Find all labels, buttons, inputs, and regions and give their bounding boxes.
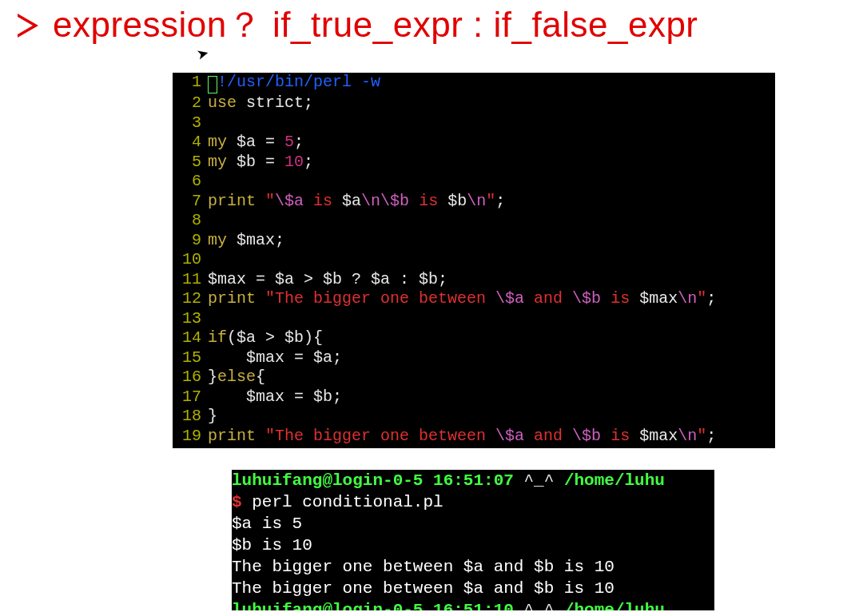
- code-content: $max = $b;: [208, 387, 342, 407]
- code-content: print "The bigger one between \$a and \$…: [208, 427, 716, 447]
- code-content: print "\$a is $a\n\$b is $b\n";: [208, 192, 505, 212]
- code-content: if($a > $b){: [208, 328, 323, 348]
- line-number: 5: [173, 153, 208, 173]
- bullet-arrow-icon: [18, 14, 38, 38]
- line-number: 13: [173, 309, 208, 329]
- code-line: 12print "The bigger one between \$a and …: [173, 289, 775, 309]
- slide-heading: expression？ if_true_expr : if_false_expr: [18, 2, 698, 49]
- prompt-face: ^_^: [514, 601, 564, 610]
- terminal-line: luhuifang@login-0-5 16:51:10 ^_^ /home/l…: [232, 599, 714, 610]
- code-editor: 1#!/usr/bin/perl -w2use strict;34my $a =…: [173, 73, 775, 448]
- code-line: 2use strict;: [173, 93, 775, 113]
- code-line: 13: [173, 309, 775, 329]
- line-number: 10: [173, 250, 208, 270]
- line-number: 4: [173, 133, 208, 153]
- code-line: 6: [173, 172, 775, 192]
- prompt-dollar: $: [232, 493, 242, 511]
- line-number: 11: [173, 270, 208, 290]
- code-content: }: [208, 407, 217, 427]
- line-number: 8: [173, 211, 208, 231]
- prompt-user: luhuifang@login-0-5 16:51:10: [232, 601, 514, 610]
- code-content: }else{: [208, 368, 265, 387]
- line-number: 7: [173, 192, 208, 212]
- code-line: 3: [173, 113, 775, 133]
- line-number: 9: [173, 231, 208, 251]
- code-content: my $max;: [208, 231, 284, 251]
- code-line: 7print "\$a is $a\n\$b is $b\n";: [173, 192, 775, 212]
- code-line: 5my $b = 10;: [173, 153, 775, 173]
- code-line: 10: [173, 250, 775, 270]
- line-number: 1: [173, 73, 208, 93]
- line-number: 2: [173, 93, 208, 113]
- line-number: 16: [173, 368, 208, 387]
- line-number: 12: [173, 289, 208, 309]
- prompt-face: ^_^: [514, 471, 564, 490]
- code-content: $max = $a > $b ? $a : $b;: [208, 270, 447, 290]
- prompt-path: /home/luhu: [564, 471, 665, 490]
- code-line: 11$max = $a > $b ? $a : $b;: [173, 270, 775, 290]
- code-content: my $a = 5;: [208, 133, 304, 153]
- line-number: 3: [173, 113, 208, 133]
- terminal-output: luhuifang@login-0-5 16:51:07 ^_^ /home/l…: [232, 470, 714, 610]
- terminal-line: The bigger one between $a and $b is 10: [232, 556, 714, 578]
- code-line: 14if($a > $b){: [173, 328, 775, 348]
- terminal-command: perl conditional.pl: [242, 493, 443, 511]
- terminal-line: The bigger one between $a and $b is 10: [232, 578, 714, 599]
- code-content: $max = $a;: [208, 348, 342, 368]
- code-line: 15 $max = $a;: [173, 348, 775, 368]
- terminal-line: $ perl conditional.pl: [232, 491, 714, 513]
- line-number: 19: [173, 427, 208, 447]
- terminal-line: luhuifang@login-0-5 16:51:07 ^_^ /home/l…: [232, 470, 714, 491]
- prompt-path: /home/luhu: [564, 601, 665, 610]
- code-line: 18}: [173, 407, 775, 427]
- code-line: 4my $a = 5;: [173, 133, 775, 153]
- line-number: 15: [173, 348, 208, 368]
- code-content: print "The bigger one between \$a and \$…: [208, 289, 716, 309]
- code-line: 19print "The bigger one between \$a and …: [173, 427, 775, 447]
- line-number: 17: [173, 387, 208, 407]
- line-number: 14: [173, 328, 208, 348]
- code-line: 8: [173, 211, 775, 231]
- code-line: 9my $max;: [173, 231, 775, 251]
- terminal-line: $b is 10: [232, 535, 714, 556]
- code-content: use strict;: [208, 93, 313, 113]
- code-line: 1#!/usr/bin/perl -w: [173, 73, 775, 93]
- heading-text: expression？ if_true_expr : if_false_expr: [53, 2, 698, 49]
- line-number: 6: [173, 172, 208, 192]
- code-line: 17 $max = $b;: [173, 387, 775, 407]
- line-number: 18: [173, 407, 208, 427]
- code-line: 16}else{: [173, 368, 775, 387]
- prompt-user: luhuifang@login-0-5 16:51:07: [232, 471, 514, 490]
- code-content: #!/usr/bin/perl -w: [208, 73, 380, 93]
- terminal-line: $a is 5: [232, 513, 714, 535]
- code-content: my $b = 10;: [208, 153, 313, 173]
